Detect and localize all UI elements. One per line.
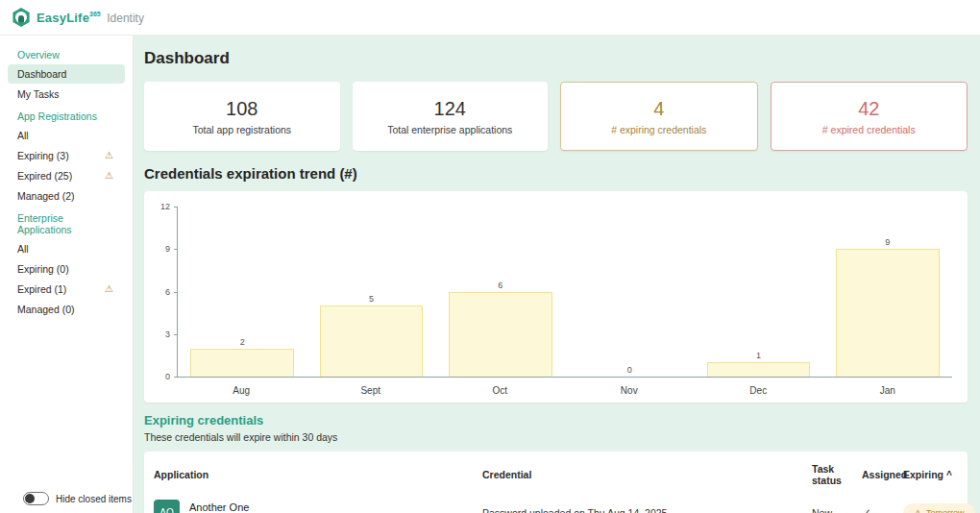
task-status-cell: New xyxy=(812,507,862,513)
stat-card-total-app-registrations[interactable]: 108 Total app registrations xyxy=(144,82,340,151)
chart-bar-dec: 1 xyxy=(694,207,822,377)
sidebar-item-appreg-all[interactable]: All xyxy=(8,126,125,145)
warning-icon: ⚠ xyxy=(105,284,113,294)
stat-label: # expired credentials xyxy=(822,124,916,135)
table-header-row: Application Credential Task status Assig… xyxy=(154,463,958,500)
stat-value: 124 xyxy=(434,98,466,120)
application-cell: AO Another One App Registration xyxy=(154,500,482,513)
chart-bar-jan: 9 xyxy=(823,207,952,377)
stat-cards-row: 108 Total app registrations 124 Total en… xyxy=(144,82,968,151)
warning-icon: ⚠ xyxy=(105,151,113,160)
sidebar-section-enterprise-applications: Enterprise Applications xyxy=(0,207,133,238)
sidebar-section-app-registrations: App Registrations xyxy=(0,105,133,125)
sidebar-item-entapp-expiring[interactable]: Expiring (0) xyxy=(8,259,125,279)
toggle-knob xyxy=(25,494,35,503)
column-header-application[interactable]: Application xyxy=(154,469,482,480)
x-axis-label: Sept xyxy=(306,385,436,396)
expiring-credentials-table: Application Credential Task status Assig… xyxy=(144,452,968,513)
brand-365: 365 xyxy=(89,11,101,17)
sidebar-section-overview: Overview xyxy=(0,43,133,63)
bar xyxy=(836,249,939,377)
stat-card-expired-credentials[interactable]: 42 # expired credentials xyxy=(771,82,968,151)
sidebar-item-appreg-expired[interactable]: Expired (25)⚠ xyxy=(8,166,125,185)
sidebar: Overview Dashboard My Tasks App Registra… xyxy=(0,36,134,513)
chart-plot-area: 256019 036912 xyxy=(177,207,952,378)
sort-ascending-icon: ^ xyxy=(946,470,952,480)
chart-bar-aug: 2 xyxy=(178,207,306,377)
logo-text: EasyLife365 Identity xyxy=(37,9,144,26)
bar-value-label: 5 xyxy=(369,294,374,304)
sidebar-item-appreg-managed[interactable]: Managed (2) xyxy=(8,186,125,206)
sidebar-item-dashboard[interactable]: Dashboard xyxy=(8,64,125,84)
application-name: Another One xyxy=(189,501,250,513)
bar-value-label: 0 xyxy=(627,365,632,375)
chart-section-title: Credentials expiration trend (#) xyxy=(144,165,968,182)
expiring-credentials-title: Expiring credentials xyxy=(144,413,968,428)
expiring-badge: ⚠ Tomorrow xyxy=(903,503,975,513)
column-header-assigned[interactable]: Assigned xyxy=(862,469,903,480)
credential-cell: Password uploaded on Thu Aug 14, 2025 xyxy=(482,507,812,513)
bar xyxy=(449,292,551,378)
logo-hexagon-icon xyxy=(12,8,31,27)
column-header-credential[interactable]: Credential xyxy=(482,469,812,480)
top-header: EasyLife365 Identity xyxy=(0,0,980,36)
sidebar-item-appreg-expiring[interactable]: Expiring (3)⚠ xyxy=(8,146,125,165)
assigned-check-icon: ✓ xyxy=(862,506,903,513)
chart-x-axis-labels: AugSeptOctNovDecJan xyxy=(177,385,952,396)
stat-value: 4 xyxy=(653,98,664,120)
x-axis-label: Nov xyxy=(565,385,695,396)
x-axis-label: Jan xyxy=(823,385,953,396)
product-name: Identity xyxy=(107,12,144,25)
stat-label: Total enterprise applications xyxy=(387,124,512,135)
expiring-credentials-subtitle: These credentials will expire within 30 … xyxy=(144,431,968,443)
bar-value-label: 6 xyxy=(498,281,502,290)
stat-card-expiring-credentials[interactable]: 4 # expiring credentials xyxy=(560,82,758,151)
sidebar-item-entapp-managed[interactable]: Managed (0) xyxy=(8,300,125,319)
x-axis-label: Dec xyxy=(694,385,823,396)
brand-name: EasyLife xyxy=(37,11,89,25)
warning-icon: ⚠ xyxy=(914,509,921,513)
stat-label: # expiring credentials xyxy=(611,124,706,135)
column-header-task-status[interactable]: Task status xyxy=(812,463,862,486)
bar xyxy=(190,349,293,377)
x-axis-label: Oct xyxy=(435,385,565,396)
chart-bar-nov: 0 xyxy=(565,207,694,377)
avatar: AO xyxy=(154,500,180,513)
chart-bars: 256019 xyxy=(178,207,952,377)
column-header-expiring[interactable]: Expiring^ xyxy=(903,469,958,480)
credentials-trend-chart: 256019 036912 AugSeptOctNovDecJan xyxy=(144,191,968,403)
bar-value-label: 9 xyxy=(885,237,890,247)
expiring-badge-label: Tomorrow xyxy=(926,508,965,513)
hide-closed-label: Hide closed items xyxy=(56,494,132,504)
table-row[interactable]: AO Another One App Registration Password… xyxy=(154,500,958,513)
warning-icon: ⚠ xyxy=(105,171,113,181)
bar-value-label: 1 xyxy=(756,351,761,360)
stat-value: 42 xyxy=(858,98,879,120)
x-axis-label: Aug xyxy=(177,385,306,396)
app-logo[interactable]: EasyLife365 Identity xyxy=(12,8,144,27)
sidebar-item-entapp-all[interactable]: All xyxy=(8,239,125,258)
sidebar-item-entapp-expired[interactable]: Expired (1)⚠ xyxy=(8,280,125,299)
expiring-cell: ⚠ Tomorrow xyxy=(903,502,975,513)
main-content: Dashboard 108 Total app registrations 12… xyxy=(134,36,980,513)
stat-card-total-enterprise-applications[interactable]: 124 Total enterprise applications xyxy=(353,82,549,151)
bar-value-label: 2 xyxy=(240,337,245,347)
stat-label: Total app registrations xyxy=(192,124,291,135)
stat-value: 108 xyxy=(226,98,257,120)
bar xyxy=(707,362,810,377)
page-title: Dashboard xyxy=(144,49,968,68)
sidebar-item-my-tasks[interactable]: My Tasks xyxy=(8,85,125,104)
chart-bar-oct: 6 xyxy=(436,207,565,377)
chart-bar-sept: 5 xyxy=(306,207,435,377)
bar xyxy=(320,305,423,377)
hide-closed-control: Hide closed items xyxy=(23,492,132,505)
hide-closed-toggle[interactable] xyxy=(23,492,49,505)
